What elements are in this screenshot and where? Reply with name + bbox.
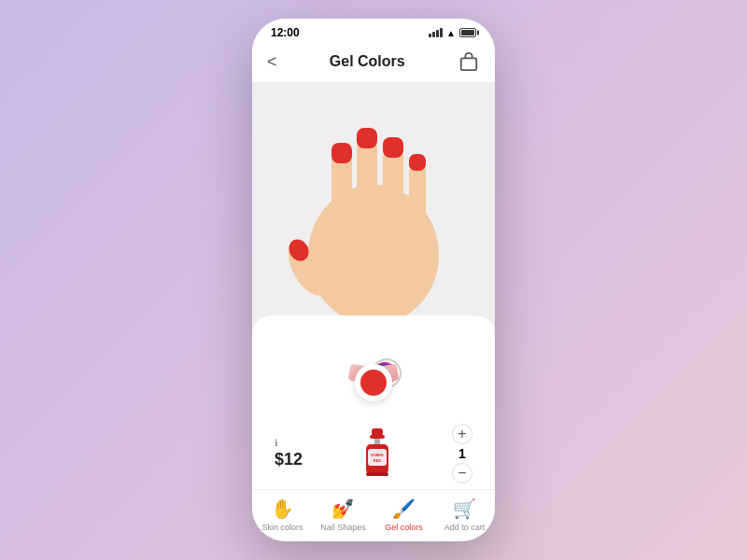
header: < Gel Colors [252, 43, 495, 82]
signal-icon [429, 28, 443, 37]
color-palette: ℹ $12 STARS [252, 315, 495, 489]
svg-rect-13 [370, 435, 385, 439]
svg-rect-7 [357, 128, 377, 148]
back-button[interactable]: < [267, 52, 277, 72]
svg-rect-6 [357, 138, 377, 217]
product-row: ℹ $12 STARS [252, 418, 495, 489]
info-icon: ℹ [275, 438, 303, 448]
cart-button[interactable] [458, 50, 480, 73]
svg-rect-11 [409, 154, 426, 171]
quantity-section: + 1 − [452, 424, 472, 483]
wifi-icon: ▲ [446, 28, 456, 38]
bottom-nav: ✋ Skin colors 💅 Nail Shapes 🖌️ Gel color… [252, 489, 495, 541]
svg-rect-0 [461, 58, 477, 70]
quantity-value: 1 [458, 446, 466, 461]
svg-rect-19 [366, 472, 388, 476]
svg-rect-8 [383, 147, 403, 222]
price-section: ℹ $12 [275, 438, 303, 469]
nail-shapes-icon: 💅 [331, 497, 355, 520]
brush-icon: 🖌️ [392, 497, 416, 520]
page-title: Gel Colors [330, 53, 405, 70]
phone-frame: 12:00 ▲ < Gel Colors [252, 19, 495, 541]
svg-text:STARS: STARS [371, 453, 384, 457]
nav-skin-label: Skin colors [261, 523, 303, 532]
nav-nail-shapes[interactable]: 💅 Nail Shapes [317, 497, 369, 532]
selected-color-dot [360, 370, 387, 396]
svg-rect-16 [368, 449, 387, 466]
nav-add-to-cart[interactable]: 🛒 Add to cart [439, 497, 490, 532]
nav-shapes-label: Nail Shapes [320, 523, 366, 532]
nav-gel-colors[interactable]: 🖌️ Gel colors [378, 497, 430, 532]
nav-gel-label: Gel colors [385, 523, 423, 532]
product-price: $12 [275, 450, 303, 469]
svg-rect-14 [374, 439, 380, 444]
svg-rect-10 [409, 163, 426, 224]
svg-text:RED: RED [374, 458, 382, 463]
svg-rect-12 [372, 428, 383, 436]
main-content: ℹ $12 STARS [252, 82, 495, 489]
status-icons: ▲ [429, 28, 476, 38]
quantity-increase[interactable]: + [452, 424, 472, 444]
hand-icon: ✋ [271, 497, 294, 520]
battery-icon [459, 28, 476, 37]
cart-nav-icon: 🛒 [453, 497, 476, 520]
product-bottle: STARS RED [357, 428, 399, 480]
status-bar: 12:00 ▲ [252, 19, 495, 43]
color-wheel [271, 325, 476, 418]
selected-color-center [355, 364, 392, 401]
quantity-decrease[interactable]: − [452, 463, 472, 483]
hand-preview [252, 82, 495, 334]
nav-cart-label: Add to cart [444, 523, 486, 532]
svg-rect-9 [383, 137, 403, 158]
status-time: 12:00 [271, 26, 300, 39]
nav-skin-colors[interactable]: ✋ Skin colors [257, 497, 308, 532]
svg-rect-5 [331, 143, 352, 163]
